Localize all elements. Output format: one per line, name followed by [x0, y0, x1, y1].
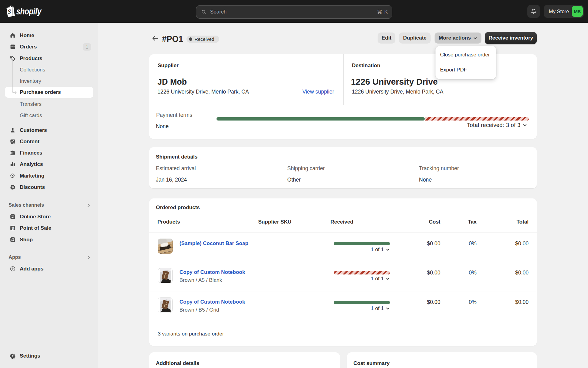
svg-text:S: S	[8, 8, 11, 15]
svg-text:S: S	[12, 227, 13, 230]
